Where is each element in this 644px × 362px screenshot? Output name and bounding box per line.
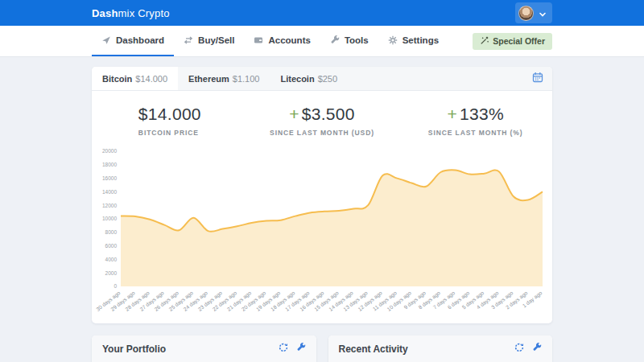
stat-prefix: + — [289, 105, 299, 123]
stat-value: 133% — [460, 105, 504, 123]
y-axis-tick: 4000 — [105, 257, 118, 262]
y-axis-tick: 14000 — [102, 189, 117, 195]
area-fill — [121, 170, 543, 286]
special-offer-label: Special Offer — [493, 36, 545, 46]
chevron-down-icon — [539, 7, 546, 19]
refresh-button[interactable] — [279, 343, 288, 355]
price-chart: 0200040006000800010000120001400016000180… — [92, 146, 552, 323]
paper-plane-icon — [101, 35, 111, 45]
y-axis-tick: 6000 — [105, 243, 118, 249]
price-chart-svg: 0200040006000800010000120001400016000180… — [97, 148, 547, 319]
refresh-button[interactable] — [514, 343, 524, 355]
tab-coin-price: $14.000 — [135, 74, 167, 84]
settings-button[interactable] — [296, 343, 306, 355]
stats-row: $14.000 BITCOIN PRICE +$3.500 SINCE LAST… — [92, 91, 552, 146]
portfolio-panel: Your Portfolio — [92, 335, 316, 362]
tab-coin-name: Bitcoin — [102, 74, 132, 84]
brand-rest: mix Crypto — [118, 7, 170, 19]
topbar: Dashmix Crypto — [0, 0, 644, 26]
wrench-icon — [532, 343, 542, 355]
y-axis-tick: 16000 — [102, 175, 117, 181]
avatar — [518, 6, 534, 21]
main-nav: Dashboard Buy/Sell Accounts Tools Settin… — [0, 26, 644, 57]
swap-arrows-icon — [184, 35, 193, 45]
settings-button[interactable] — [532, 343, 542, 355]
wand-icon — [480, 36, 489, 47]
y-axis-tick: 18000 — [102, 162, 117, 167]
stat-label: SINCE LAST MONTH (USD) — [246, 129, 399, 137]
nav-item-label: Tools — [345, 35, 369, 45]
tab-coin-price: $1.100 — [233, 74, 260, 84]
tab-coin-price: $250 — [318, 74, 337, 84]
tab-coin-name: Ethereum — [188, 74, 229, 84]
stat-change-usd: +$3.500 SINCE LAST MONTH (USD) — [246, 105, 399, 137]
wrench-icon — [296, 343, 306, 355]
nav-item-accounts[interactable]: Accounts — [244, 26, 320, 56]
stat-bitcoin-price: $14.000 BITCOIN PRICE — [92, 105, 246, 137]
stat-label: SINCE LAST MONTH (%) — [398, 129, 552, 137]
activity-panel: Recent Activity — [328, 335, 553, 362]
wallet-icon — [254, 35, 263, 45]
bottom-panels: Your Portfolio R — [92, 335, 552, 362]
brand-logo: Dashmix Crypto — [92, 7, 170, 19]
tab-litecoin[interactable]: Litecoin $250 — [270, 67, 348, 90]
nav-item-label: Settings — [402, 35, 439, 45]
stat-value: $14.000 — [138, 105, 201, 123]
main-content: Bitcoin $14.000 Ethereum $1.100 Litecoin… — [92, 57, 552, 362]
stat-value: $3.500 — [302, 105, 355, 123]
y-axis-tick: 2000 — [105, 270, 118, 276]
nav-item-settings[interactable]: Settings — [378, 26, 448, 56]
y-axis-tick: 8000 — [105, 229, 118, 235]
nav-item-buy-sell[interactable]: Buy/Sell — [174, 26, 244, 56]
market-card: Bitcoin $14.000 Ethereum $1.100 Litecoin… — [92, 67, 552, 323]
brand-bold: Dash — [92, 7, 118, 19]
portfolio-panel-header: Your Portfolio — [92, 335, 316, 362]
user-menu-button[interactable] — [515, 2, 552, 23]
stat-change-percent: +133% SINCE LAST MONTH (%) — [398, 105, 552, 137]
nav-item-label: Dashboard — [116, 35, 164, 45]
y-axis-tick: 0 — [114, 283, 117, 289]
nav-item-tools[interactable]: Tools — [320, 26, 378, 56]
panel-title: Recent Activity — [339, 343, 408, 355]
refresh-icon — [514, 343, 524, 355]
y-axis-tick: 12000 — [102, 203, 117, 208]
tab-coin-name: Litecoin — [280, 74, 314, 84]
y-axis-tick: 10000 — [102, 216, 117, 221]
stat-prefix: + — [447, 105, 457, 123]
calendar-button[interactable] — [523, 72, 552, 85]
market-tabstrip: Bitcoin $14.000 Ethereum $1.100 Litecoin… — [92, 67, 552, 91]
calendar-icon — [532, 73, 543, 85]
y-axis-tick: 20000 — [102, 148, 117, 154]
nav-item-dashboard[interactable]: Dashboard — [92, 26, 174, 56]
activity-panel-header: Recent Activity — [328, 335, 553, 362]
wrench-icon — [330, 35, 340, 45]
stat-label: BITCOIN PRICE — [92, 129, 246, 137]
tab-ethereum[interactable]: Ethereum $1.100 — [178, 67, 270, 90]
tab-bitcoin[interactable]: Bitcoin $14.000 — [92, 67, 178, 90]
nav-item-label: Accounts — [268, 35, 310, 45]
refresh-icon — [279, 343, 288, 355]
nav-item-label: Buy/Sell — [198, 35, 234, 45]
gear-icon — [388, 35, 398, 45]
panel-title: Your Portfolio — [102, 343, 166, 355]
special-offer-badge[interactable]: Special Offer — [473, 33, 552, 50]
